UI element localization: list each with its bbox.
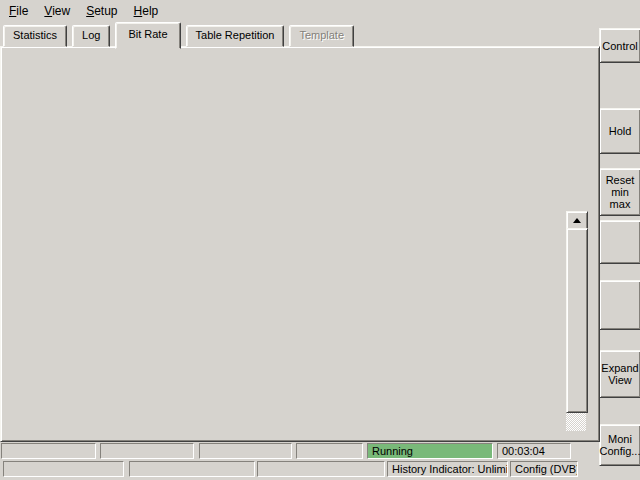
arrow-up-icon — [573, 218, 581, 223]
statusbar-cell-2 — [129, 461, 255, 477]
running-status: Running — [367, 443, 493, 459]
tab-statistics[interactable]: Statistics — [3, 25, 67, 47]
blank-button-2[interactable] — [599, 280, 640, 330]
control-button[interactable]: Control — [599, 28, 640, 63]
expand-view-button[interactable]: Expand View — [599, 350, 640, 398]
menu-bar: File View Setup Help — [0, 0, 600, 22]
bitrate-panel — [0, 46, 600, 442]
menu-help[interactable]: Help — [127, 1, 168, 21]
config-indicator: Config (DVB) — [510, 461, 578, 477]
vertical-scrollbar[interactable] — [566, 211, 586, 432]
bitrate-analyzer-window: { "menu": { "items": ["File", "View", "S… — [0, 0, 640, 480]
elapsed-time: 00:03:04 — [497, 443, 571, 459]
reset-minmax-button[interactable]: Reset min max — [599, 168, 640, 216]
tab-log[interactable]: Log — [72, 25, 110, 47]
status-cell-3 — [199, 443, 292, 459]
status-cell-2 — [100, 443, 194, 459]
blank-button-1[interactable] — [599, 220, 640, 264]
statusbar-cell-3 — [257, 461, 385, 477]
hold-button[interactable]: Hold — [599, 108, 640, 154]
status-cell-4 — [296, 443, 363, 459]
history-indicator: History Indicator: Unlimited — [387, 461, 508, 477]
tab-bit-rate[interactable]: Bit Rate — [115, 22, 180, 49]
menu-setup[interactable]: Setup — [79, 1, 126, 21]
status-cell-1 — [1, 443, 96, 459]
tab-table-repetition[interactable]: Table Repetition — [186, 25, 285, 47]
tab-strip: Statistics Log Bit Rate Table Repetition… — [0, 24, 601, 47]
menu-view[interactable]: View — [37, 1, 79, 21]
statusbar-cell-1 — [3, 461, 124, 477]
scrollbar-thumb[interactable] — [566, 228, 588, 413]
moni-config-button[interactable]: Moni Config... — [599, 424, 640, 466]
menu-file[interactable]: File — [2, 1, 37, 21]
tab-template: Template — [289, 25, 354, 47]
